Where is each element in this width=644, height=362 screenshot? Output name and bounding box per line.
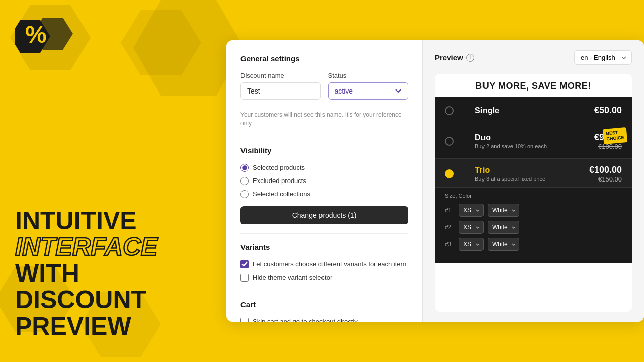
variant-size-select-3[interactable]: XSSMLXL (459, 238, 484, 251)
variant-size-select-1[interactable]: XSSMLXL (459, 204, 484, 217)
visibility-selected-collections[interactable]: Selected collections (240, 190, 408, 198)
offer-details-duo: Duo Buy 2 and save 10% on each (475, 133, 547, 149)
cart-skip-option[interactable]: Skip cart and go to checkout directly (240, 318, 408, 322)
checkbox-choose-variants[interactable] (240, 260, 249, 268)
variants-options: Let customers choose different variants … (240, 260, 408, 282)
visibility-excluded-products[interactable]: Excluded products (240, 177, 408, 185)
selected-collections-label: Selected collections (253, 190, 310, 198)
divider-1 (240, 137, 408, 137)
variants-label: Variants (240, 243, 408, 251)
discount-name-group: Discount name (240, 72, 321, 100)
percent-icon: % (15, 13, 75, 58)
variant-color-select-2[interactable]: WhiteBlackRed (488, 221, 519, 234)
offer-name-trio: Trio (475, 166, 545, 175)
language-select[interactable]: en - English fr - French de - German (574, 50, 632, 65)
variant-row-3: #3 XSSMLXL WhiteBlackRed (445, 238, 622, 251)
trio-variants-section: Size, Color #1 XSSMLXL WhiteBlackRed #2 … (435, 188, 632, 263)
promo-line-3: WITH (15, 260, 211, 287)
promo-line-1: INTUITIVE (15, 208, 211, 234)
status-label: Status (328, 72, 409, 79)
offer-card-single[interactable]: Single €50.00 (435, 97, 632, 124)
offer-card-duo[interactable]: Duo Buy 2 and save 10% on each €90.00 €1… (435, 124, 632, 159)
cart-label: Cart (240, 300, 408, 309)
visibility-options: Selected products Excluded products Sele… (240, 164, 408, 198)
variant-color-select-1[interactable]: WhiteBlackRed (488, 204, 519, 217)
preview-title-group: Preview i (435, 53, 474, 62)
offer-sub-duo: Buy 2 and save 10% on each (475, 143, 547, 149)
status-select[interactable]: active inactive (328, 82, 409, 100)
variant-num-2: #2 (445, 224, 455, 231)
discount-name-label: Discount name (240, 72, 321, 79)
selected-products-label: Selected products (253, 164, 305, 171)
promo-text: INTUITIVE INTERFACE WITH DISCOUNT PREVIE… (15, 208, 211, 340)
radio-selected-products[interactable] (240, 164, 249, 172)
hide-selector-label: Hide theme variant selector (253, 274, 332, 281)
variant-choose-option[interactable]: Let customers choose different variants … (240, 260, 408, 268)
offer-card-trio[interactable]: Trio Buy 3 at a special fixed price €100… (435, 159, 632, 188)
variant-color-select-3[interactable]: WhiteBlackRed (488, 238, 519, 251)
checkbox-hide-selector[interactable] (240, 274, 249, 282)
cart-options: Skip cart and go to checkout directly (240, 318, 408, 322)
offer-radio-single (445, 106, 454, 115)
variant-size-select-2[interactable]: XSSMLXL (459, 221, 484, 234)
offer-radio-duo (445, 137, 454, 146)
best-choice-badge: BESTCHOICE (603, 127, 627, 144)
variant-num-3: #3 (445, 241, 455, 248)
discount-hint: Your customers will not see this name. I… (240, 111, 408, 128)
preview-title-text: Preview (435, 53, 463, 62)
discount-name-input[interactable] (240, 82, 321, 100)
radio-excluded-products[interactable] (240, 177, 249, 185)
section-title: General settings (240, 54, 408, 63)
info-icon[interactable]: i (466, 54, 474, 62)
trio-size-label: Size, Color (445, 193, 622, 199)
radio-selected-collections[interactable] (240, 190, 249, 198)
promo-line-4: DISCOUNT (15, 287, 211, 313)
checkbox-skip-cart[interactable] (240, 318, 249, 322)
offer-name-single: Single (475, 106, 499, 115)
offer-name-duo: Duo (475, 133, 547, 142)
promo-line-5: PREVIEW (15, 313, 211, 340)
widget-title: BUY MORE, SAVE MORE! (435, 74, 632, 97)
status-group: Status active inactive (328, 72, 409, 100)
divider-3 (240, 291, 408, 291)
left-panel: % INTUITIVE INTERFACE WITH DISCOUNT PREV… (0, 0, 226, 362)
skip-cart-label: Skip cart and go to checkout directly (253, 318, 358, 322)
preview-header: Preview i en - English fr - French de - … (435, 50, 632, 65)
offer-radio-trio (445, 169, 454, 178)
variant-row-2: #2 XSSMLXL WhiteBlackRed (445, 221, 622, 234)
change-products-button[interactable]: Change products (1) (240, 206, 408, 224)
offer-sub-trio: Buy 3 at a special fixed price (475, 176, 545, 182)
promo-line-2: INTERFACE (15, 234, 211, 260)
divider-2 (240, 233, 408, 234)
settings-panel: General settings Discount name Status ac… (226, 40, 423, 322)
svg-text:%: % (25, 21, 47, 48)
variant-num-1: #1 (445, 207, 455, 214)
variant-row-1: #1 XSSMLXL WhiteBlackRed (445, 204, 622, 217)
choose-variants-label: Let customers choose different variants … (253, 260, 406, 268)
preview-panel: Preview i en - English fr - French de - … (423, 40, 644, 322)
visibility-selected-products[interactable]: Selected products (240, 164, 408, 172)
main-panel: General settings Discount name Status ac… (226, 40, 644, 322)
offer-details-single: Single (475, 106, 499, 115)
offer-details-trio: Trio Buy 3 at a special fixed price (475, 166, 545, 182)
visibility-label: Visibility (240, 146, 408, 155)
offer-price-single: €50.00 (594, 105, 622, 116)
excluded-products-label: Excluded products (253, 177, 306, 185)
offer-price-trio: €100.00 €150.00 (589, 165, 622, 183)
preview-widget: BUY MORE, SAVE MORE! Single €50.00 Duo B… (435, 74, 632, 312)
variant-hide-option[interactable]: Hide theme variant selector (240, 274, 408, 282)
